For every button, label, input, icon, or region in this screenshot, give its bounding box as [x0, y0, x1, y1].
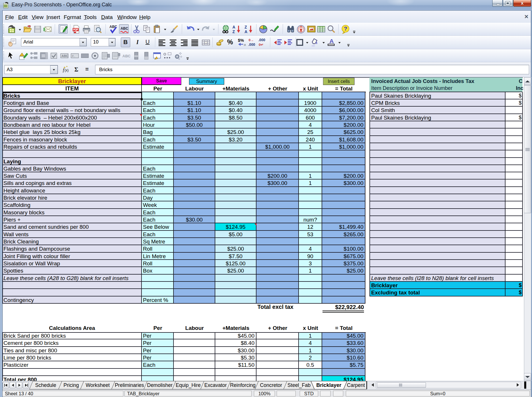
- svg-text:(x): (x): [65, 68, 69, 72]
- svg-text:.000: .000: [258, 38, 265, 42]
- svg-text:Excavator: Excavator: [204, 382, 227, 388]
- svg-text:Z: Z: [232, 30, 235, 34]
- svg-text:0→: 0→: [249, 38, 254, 42]
- svg-text:.000: .000: [248, 43, 255, 47]
- svg-text:0↵: 0↵: [259, 43, 263, 46]
- svg-text:Steel_Fab: Steel_Fab: [288, 382, 311, 388]
- svg-text:Carpent: Carpent: [347, 382, 365, 388]
- svg-text:$%: $%: [238, 38, 244, 43]
- svg-text:A: A: [232, 25, 235, 29]
- svg-text:Preliminaries: Preliminaries: [115, 382, 144, 388]
- svg-text:?: ?: [344, 26, 347, 32]
- svg-text:ABC: ABC: [122, 54, 131, 58]
- svg-text:Demolisher: Demolisher: [147, 382, 173, 388]
- svg-text:Pricing: Pricing: [63, 382, 79, 388]
- svg-text:.0: .0: [244, 43, 246, 46]
- svg-text:Concretor: Concretor: [260, 382, 282, 388]
- svg-text:ABC: ABC: [120, 27, 128, 31]
- svg-text:A: A: [244, 30, 247, 34]
- svg-text:Bricklayer: Bricklayer: [316, 382, 341, 388]
- svg-text:Reinforcing: Reinforcing: [230, 382, 256, 388]
- svg-text:#..: #..: [72, 54, 75, 58]
- svg-text:ABC: ABC: [61, 54, 68, 58]
- svg-text:Z: Z: [244, 25, 247, 29]
- svg-text:Equip_Hire: Equip_Hire: [176, 382, 201, 388]
- svg-text:Schedule: Schedule: [35, 382, 56, 388]
- svg-text:Worksheet: Worksheet: [86, 382, 110, 388]
